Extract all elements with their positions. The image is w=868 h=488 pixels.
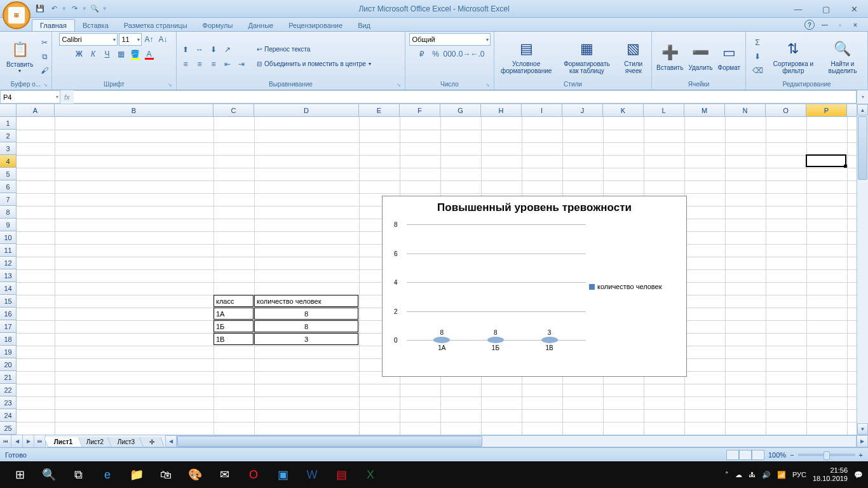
excel-icon[interactable]: X xyxy=(356,462,385,487)
fill-color-button[interactable]: 🪣 xyxy=(129,48,142,60)
undo-icon[interactable]: ↶ xyxy=(48,3,60,15)
page-layout-view-button[interactable] xyxy=(739,450,752,460)
data-cell[interactable]: 1В xyxy=(214,333,254,345)
restore-workbook-icon[interactable]: ▫ xyxy=(835,20,845,30)
row-header[interactable]: 24 xyxy=(0,409,17,422)
row-header[interactable]: 1 xyxy=(0,117,17,130)
task-view-icon[interactable]: ⧉ xyxy=(64,462,93,487)
data-cell[interactable]: 1А xyxy=(214,308,254,320)
column-header[interactable]: B xyxy=(55,104,214,116)
number-format-combo[interactable]: Общий xyxy=(409,33,491,46)
close-workbook-icon[interactable]: × xyxy=(850,20,860,30)
name-box[interactable]: P4 xyxy=(0,90,60,104)
shrink-font-icon[interactable]: A↓ xyxy=(157,33,170,46)
active-cell[interactable] xyxy=(806,154,846,167)
find-select-button[interactable]: 🔍Найти и выделить xyxy=(820,35,865,78)
row-header[interactable]: 19 xyxy=(0,346,17,358)
row-header[interactable]: 6 xyxy=(0,180,17,193)
expand-formula-bar[interactable]: ▾ xyxy=(857,90,868,104)
notifications-icon[interactable]: 💬 xyxy=(854,471,863,479)
column-header[interactable]: A xyxy=(17,104,55,116)
tab-insert[interactable]: Вставка xyxy=(75,20,116,31)
hscroll-thumb[interactable] xyxy=(177,436,482,447)
align-right-icon[interactable]: ≡ xyxy=(207,58,220,71)
pdf-icon[interactable]: ▤ xyxy=(327,462,356,487)
column-header[interactable]: H xyxy=(481,104,522,116)
fill-icon[interactable]: ⬇ xyxy=(751,50,764,63)
row-header[interactable]: 20 xyxy=(0,358,17,371)
sort-filter-button[interactable]: ⇅Сортировка и фильтр xyxy=(768,35,819,78)
orientation-icon[interactable]: ↗ xyxy=(221,43,234,56)
column-header[interactable]: O xyxy=(766,104,806,116)
maximize-button[interactable]: ▢ xyxy=(812,0,840,18)
sheet-tab[interactable]: Лист1 xyxy=(44,437,83,447)
border-button[interactable]: ▦ xyxy=(115,48,128,60)
row-header[interactable]: 14 xyxy=(0,282,17,295)
column-header[interactable]: P xyxy=(806,104,847,116)
increase-decimal-icon[interactable]: .0→ xyxy=(458,48,470,60)
fx-icon[interactable]: fx xyxy=(64,93,70,101)
start-button[interactable]: ⊞ xyxy=(5,462,34,487)
paste-button[interactable]: 📋 Вставить ▾ xyxy=(3,35,37,78)
wifi-icon[interactable]: 📶 xyxy=(777,471,786,479)
store-icon[interactable]: 🛍 xyxy=(151,462,180,487)
row-header[interactable]: 15 xyxy=(0,295,17,308)
scroll-down-button[interactable]: ▼ xyxy=(857,423,868,435)
normal-view-button[interactable] xyxy=(726,450,739,460)
tab-page-layout[interactable]: Разметка страницы xyxy=(116,20,195,31)
column-header[interactable]: L xyxy=(644,104,684,116)
scroll-up-button[interactable]: ▲ xyxy=(857,104,868,116)
column-header[interactable]: K xyxy=(603,104,644,116)
row-header[interactable]: 13 xyxy=(0,269,17,282)
currency-icon[interactable]: ₽ xyxy=(416,48,428,60)
edge-icon[interactable]: e xyxy=(93,462,122,487)
help-icon[interactable]: ? xyxy=(804,20,815,30)
row-header[interactable]: 2 xyxy=(0,130,17,142)
cut-icon[interactable]: ✂ xyxy=(38,36,51,49)
tab-nav-first[interactable]: ⏮ xyxy=(0,435,11,447)
zoom-out-button[interactable]: − xyxy=(790,451,794,459)
row-header[interactable]: 10 xyxy=(0,231,17,244)
row-header[interactable]: 3 xyxy=(0,142,17,155)
column-header[interactable]: F xyxy=(400,104,440,116)
row-header[interactable]: 21 xyxy=(0,371,17,384)
wrap-text-button[interactable]: ↩Перенос текста xyxy=(254,43,374,56)
bold-button[interactable]: Ж xyxy=(73,48,86,60)
align-middle-icon[interactable]: ↔ xyxy=(193,43,206,56)
row-header[interactable]: 11 xyxy=(0,244,17,257)
underline-button[interactable]: Ч xyxy=(101,48,114,60)
italic-button[interactable]: К xyxy=(87,48,100,60)
column-header[interactable]: E xyxy=(359,104,400,116)
font-name-combo[interactable]: Calibri xyxy=(59,33,118,46)
select-all-corner[interactable] xyxy=(0,104,17,116)
align-bottom-icon[interactable]: ⬇ xyxy=(207,43,220,56)
tab-view[interactable]: Вид xyxy=(350,20,378,31)
save-icon[interactable]: 💾 xyxy=(34,3,46,15)
new-sheet-button[interactable]: ✢ xyxy=(139,437,165,447)
increase-indent-icon[interactable]: ⇥ xyxy=(235,58,248,71)
formula-input[interactable] xyxy=(74,90,857,104)
row-header[interactable]: 18 xyxy=(0,333,17,346)
minimize-button[interactable]: — xyxy=(784,0,812,18)
file-explorer-icon[interactable]: 📁 xyxy=(122,462,151,487)
language-indicator[interactable]: РУС xyxy=(792,471,806,478)
row-header[interactable]: 8 xyxy=(0,206,17,219)
page-break-view-button[interactable] xyxy=(752,450,764,460)
insert-cells-button[interactable]: ➕Вставить xyxy=(654,35,685,78)
merge-center-button[interactable]: ⊟Объединить и поместить в центре▾ xyxy=(254,58,374,71)
embedded-chart[interactable]: Повышенный уровень тревожности0246881А81… xyxy=(382,196,687,377)
font-color-button[interactable]: A xyxy=(143,48,156,60)
tray-chevron-icon[interactable]: ˄ xyxy=(725,471,729,479)
column-header[interactable]: N xyxy=(725,104,766,116)
tab-nav-next[interactable]: ▶ xyxy=(23,435,34,447)
data-cell[interactable]: 8 xyxy=(254,308,358,320)
format-cells-button[interactable]: ▭Формат xyxy=(716,35,743,78)
row-header[interactable]: 9 xyxy=(0,219,17,231)
search-icon[interactable]: 🔍 xyxy=(34,462,64,487)
vscroll-thumb[interactable] xyxy=(858,116,867,180)
comma-icon[interactable]: 000 xyxy=(444,48,456,60)
copy-icon[interactable]: ⧉ xyxy=(38,50,51,63)
app-icon-1[interactable]: ▣ xyxy=(268,462,297,487)
autosum-icon[interactable]: Σ xyxy=(751,36,764,49)
data-cell[interactable]: 8 xyxy=(254,320,358,332)
